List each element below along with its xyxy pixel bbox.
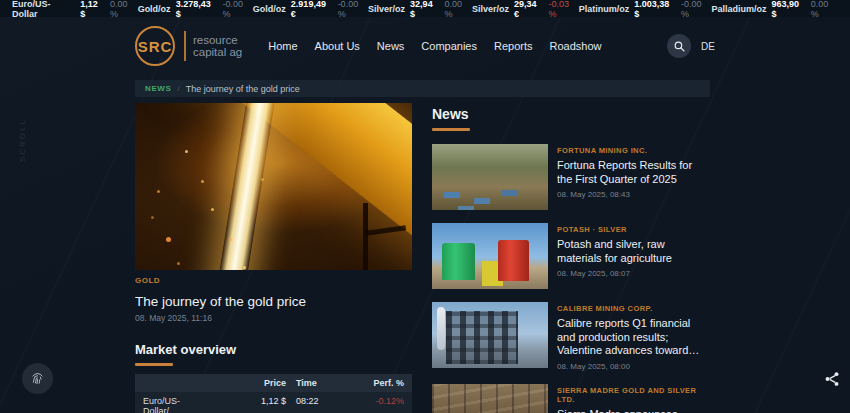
logo-line2: capital ag	[193, 46, 242, 59]
logo-line1: resource	[193, 34, 242, 47]
news-item-title: Calibre reports Q1 financial and product…	[557, 317, 710, 358]
page: Euro/US-Dollar 1,12 $ 0.00 % Gold/oz 3.2…	[0, 0, 850, 413]
header-actions: DE	[667, 34, 715, 58]
language-switch[interactable]: DE	[701, 41, 715, 52]
hero-frame-shape	[363, 203, 393, 270]
col-header-time: Time	[286, 378, 338, 388]
news-item-category: CALIBRE MINING CORP.	[557, 304, 710, 313]
ticker-price-value: 29,34 €	[514, 0, 543, 19]
ticker-price-value: 3.278,43 $	[176, 0, 218, 19]
news-thumbnail	[432, 302, 548, 368]
news-list-item[interactable]: FORTUNA MINING INC. Fortuna Reports Resu…	[432, 144, 710, 210]
news-list-item[interactable]: SIERRA MADRE GOLD AND SILVER LTD. Sierra…	[432, 384, 710, 413]
ticker-instrument-label: Gold/oz	[138, 4, 171, 14]
ticker-change-percent: 0.00 %	[811, 0, 838, 19]
news-item-date: 08. May 2025, 08:00	[557, 362, 710, 371]
col-header-price: Price	[196, 378, 286, 388]
heading-accent-underline	[432, 128, 470, 131]
fingerprint-icon	[29, 370, 46, 387]
ticker-price-value: 2.919,49 €	[291, 0, 333, 19]
nav-link[interactable]: Home	[268, 40, 297, 52]
ticker-price-value: 963,90 $	[771, 0, 805, 19]
news-thumbnail	[432, 384, 548, 413]
nav-link[interactable]: News	[377, 40, 405, 52]
logo-wordmark: resource capital ag	[193, 34, 242, 59]
main-nav: Home About Us News Companies Reports Roa…	[268, 40, 601, 52]
row-price: 1,12 $	[196, 396, 286, 406]
heading-accent-underline	[135, 363, 173, 366]
ticker-item[interactable]: Silver/oz 32,94 $ 0.00 %	[368, 0, 472, 19]
ticker-instrument-label: Platinum/oz	[579, 4, 630, 14]
search-button[interactable]	[667, 34, 691, 58]
breadcrumb: NEWS / The journey of the gold price	[135, 80, 710, 97]
ticker-price-value: 32,94 $	[410, 0, 439, 19]
breadcrumb-separator: /	[177, 84, 179, 93]
table-body: Euro/US-Dollar/ 1,12 $ 08:22 -0.12%	[135, 392, 412, 413]
share-button[interactable]	[823, 370, 841, 388]
breadcrumb-section-link[interactable]: NEWS	[145, 84, 171, 93]
article-date: 08. May 2025, 11:16	[135, 313, 412, 323]
news-thumbnail	[432, 223, 548, 289]
ticker-instrument-label: Silver/oz	[368, 4, 405, 14]
row-instrument-name: Euro/US-Dollar/	[143, 396, 196, 413]
share-icon	[823, 370, 841, 388]
news-item-category: FORTUNA MINING INC.	[557, 146, 710, 155]
news-item-title: Sierra Madre announces positive Q1 2025 …	[557, 408, 710, 413]
ticker-item[interactable]: Platinum/oz 1.003,38 $ -0.00 %	[579, 0, 712, 19]
news-sidebar: News FORTUNA MINING INC. Fortuna Reports…	[432, 106, 710, 413]
news-thumbnail	[432, 144, 548, 210]
news-item-text: SIERRA MADRE GOLD AND SILVER LTD. Sierra…	[557, 384, 710, 413]
nav-link[interactable]: About Us	[315, 40, 360, 52]
table-header-row: Price Time Perf. %	[135, 374, 412, 392]
news-item-date: 08. May 2025, 08:43	[557, 190, 710, 199]
news-list: FORTUNA MINING INC. Fortuna Reports Resu…	[432, 144, 710, 413]
article-category[interactable]: GOLD	[135, 276, 412, 285]
row-performance: -0.12%	[338, 396, 404, 406]
ticker-instrument-label: Gold/oz	[253, 4, 286, 14]
site-header: SRC resource capital ag Home About Us Ne…	[135, 17, 715, 75]
ticker-instrument-label: Euro/US-Dollar	[12, 0, 75, 19]
ticker-item[interactable]: Silver/oz 29,34 € -0.03 %	[472, 0, 579, 19]
scroll-indicator-label: SCROLL	[18, 118, 27, 162]
row-time: 08:22	[286, 396, 338, 406]
table-row: Euro/US-Dollar/ 1,12 $ 08:22 -0.12%	[135, 392, 412, 413]
ticker-item[interactable]: Gold/oz 2.919,49 € -0.00 %	[253, 0, 368, 19]
ticker-instrument-label: Palladium/oz	[711, 4, 766, 14]
search-icon	[673, 40, 686, 53]
market-overview-table: Price Time Perf. % Euro/US-Dollar/ 1,12 …	[135, 374, 412, 413]
ticker-change-percent: -0.00 %	[681, 0, 711, 19]
ticker-item[interactable]: Palladium/oz 963,90 $ 0.00 %	[711, 0, 838, 19]
news-item-category: POTASH · SILVER	[557, 225, 710, 234]
ticker-price-value: 1,12 $	[80, 0, 105, 19]
ticker-change-percent: -0.03 %	[548, 0, 578, 19]
news-item-date: 08. May 2025, 08:07	[557, 269, 710, 278]
article-title: The journey of the gold price	[135, 294, 412, 309]
news-item-text: CALIBRE MINING CORP. Calibre reports Q1 …	[557, 302, 710, 371]
market-overview-heading: Market overview	[135, 342, 412, 357]
ticker-item[interactable]: Euro/US-Dollar 1,12 $ 0.00 %	[12, 0, 138, 19]
logo[interactable]: SRC resource capital ag	[135, 26, 242, 66]
news-item-text: POTASH · SILVER Potash and silver, raw m…	[557, 223, 710, 289]
ticker-change-percent: 0.00 %	[110, 0, 138, 19]
ticker-item[interactable]: Gold/oz 3.278,43 $ -0.00 %	[138, 0, 253, 19]
breadcrumb-current: The journey of the gold price	[186, 84, 300, 94]
col-header-perf: Perf. %	[338, 378, 404, 388]
news-item-title: Potash and silver, raw materials for agr…	[557, 238, 710, 265]
market-ticker-bar: Euro/US-Dollar 1,12 $ 0.00 % Gold/oz 3.2…	[0, 0, 850, 17]
news-list-item[interactable]: CALIBRE MINING CORP. Calibre reports Q1 …	[432, 302, 710, 371]
accessibility-fingerprint-button[interactable]	[22, 363, 53, 394]
nav-link[interactable]: Roadshow	[550, 40, 602, 52]
nav-link[interactable]: Reports	[494, 40, 533, 52]
news-item-title: Fortuna Reports Results for the First Qu…	[557, 159, 710, 186]
nav-link[interactable]: Companies	[421, 40, 477, 52]
ticker-change-percent: 0.00 %	[445, 0, 472, 19]
news-item-category: SIERRA MADRE GOLD AND SILVER LTD.	[557, 386, 710, 404]
article-hero-image	[135, 103, 412, 270]
logo-divider	[184, 31, 186, 61]
news-list-item[interactable]: POTASH · SILVER Potash and silver, raw m…	[432, 223, 710, 289]
hero-sparks	[185, 150, 188, 153]
news-heading: News	[432, 106, 710, 122]
article-column: GOLD The journey of the gold price 08. M…	[135, 103, 412, 413]
news-item-text: FORTUNA MINING INC. Fortuna Reports Resu…	[557, 144, 710, 210]
ticker-instrument-label: Silver/oz	[472, 4, 509, 14]
